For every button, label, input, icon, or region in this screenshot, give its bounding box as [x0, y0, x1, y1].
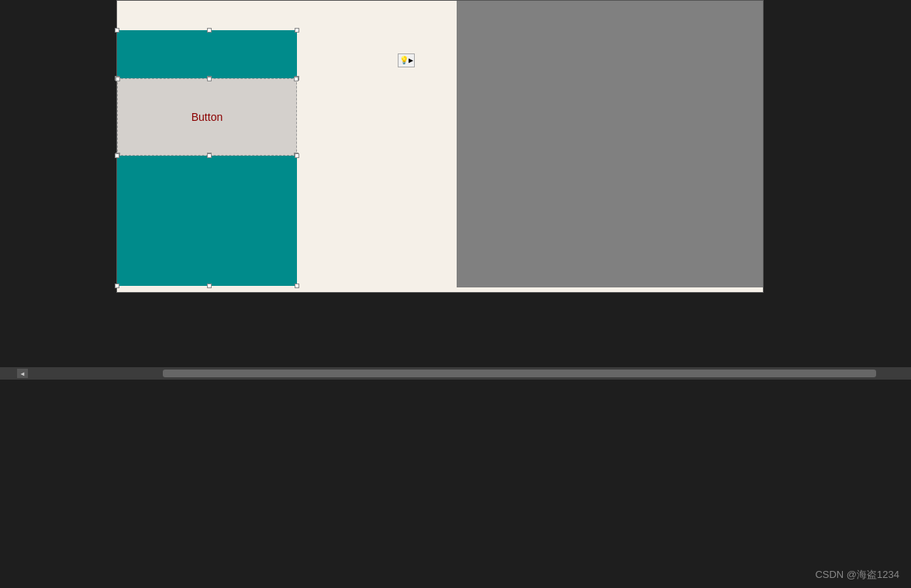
handle-tr [295, 28, 299, 33]
lightbulb-icon: 💡▶ [399, 56, 413, 65]
csdn-watermark: CSDN @海盗1234 [815, 568, 899, 582]
button-element[interactable]: Button [117, 78, 297, 156]
btn-handle-tr [294, 77, 298, 81]
teal-b-handle-bl [115, 284, 119, 288]
scroll-left-arrow[interactable]: ◀ [17, 369, 28, 378]
design-viewport: 💡▶ Button [116, 0, 764, 293]
handle-tl [115, 28, 119, 33]
teal-b-handle-br [295, 284, 299, 288]
button-label: Button [192, 111, 223, 123]
btn-handle-tm [207, 77, 212, 81]
code-panel: Background="Linen" <Canvas Margin="0,53,… [0, 392, 911, 588]
teal-bottom-bar [117, 156, 297, 286]
handle-tm [207, 28, 212, 33]
teal-b-handle-tr [295, 153, 299, 158]
lightbulb-badge[interactable]: 💡▶ [398, 53, 415, 67]
btn-handle-tl [116, 77, 120, 81]
teal-top-bar [117, 30, 297, 78]
gray-panel [457, 1, 763, 287]
teal-b-handle-tm [207, 153, 212, 158]
canvas-area: 💡▶ Button ◀ [0, 0, 911, 380]
scrollbar[interactable]: ◀ [0, 367, 911, 380]
teal-b-handle-bm [207, 284, 212, 288]
teal-b-handle-tl [115, 153, 119, 158]
scrollbar-thumb[interactable] [163, 370, 876, 377]
